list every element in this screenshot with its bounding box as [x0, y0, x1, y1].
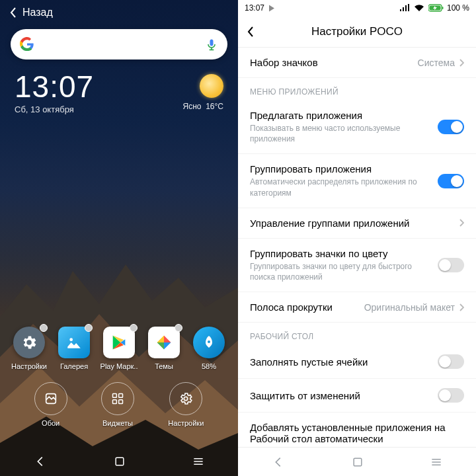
nav-back-icon[interactable] — [271, 455, 286, 469]
app-dock: Настройки Галерея Play Марк.. Темы 58% — [0, 327, 238, 370]
app-boost[interactable]: 58% — [188, 327, 230, 370]
play-store-status-icon — [268, 5, 275, 12]
svg-point-6 — [184, 397, 188, 401]
gallery-icon — [65, 334, 83, 351]
nav-home-icon[interactable] — [351, 456, 364, 469]
widgets-icon — [111, 392, 124, 405]
nav-recent-icon[interactable] — [192, 455, 205, 468]
sun-icon — [200, 74, 223, 98]
gear-icon — [20, 334, 38, 351]
status-bar: 13:07 100 % — [238, 0, 476, 16]
weather-text: Ясно 16°C — [183, 102, 223, 111]
toggle-suggest-apps[interactable] — [438, 120, 464, 134]
status-battery: 100 % — [447, 3, 469, 13]
row-scrollbar[interactable]: Полоса прокрутки Оригинальный макет — [238, 292, 476, 323]
tool-settings[interactable]: Настройки — [168, 382, 204, 427]
weather-widget[interactable]: Ясно 16°C — [183, 74, 223, 111]
toggle-group-by-color[interactable] — [438, 258, 464, 272]
svg-rect-3 — [119, 394, 123, 398]
svg-rect-7 — [116, 457, 124, 465]
nav-bar-left — [0, 447, 238, 476]
nav-back-icon[interactable] — [33, 454, 48, 469]
svg-rect-11 — [354, 458, 362, 466]
nav-bar-right — [238, 447, 476, 476]
row-suggest-apps[interactable]: Предлагать приложенияПоказывать в меню ч… — [238, 100, 476, 154]
clock-time: 13:07 — [15, 71, 94, 102]
back-button[interactable]: Назад — [0, 0, 238, 25]
toggle-group-apps[interactable] — [438, 174, 464, 188]
row-group-by-color[interactable]: Группировать значки по цветуГруппировать… — [238, 239, 476, 292]
row-icon-set[interactable]: Набор значков Система — [238, 48, 476, 78]
row-fill-empty[interactable]: Заполнять пустые ячейки — [238, 345, 476, 379]
home-tools: Обои Виджеты Настройки — [0, 382, 238, 427]
chevron-right-icon — [459, 58, 464, 67]
signal-icon — [399, 4, 410, 12]
title-bar: Настройки POCO — [238, 16, 476, 48]
svg-rect-9 — [442, 7, 443, 9]
svg-point-0 — [69, 338, 73, 341]
app-themes[interactable]: Темы — [143, 327, 185, 370]
clock-date: Сб, 13 октября — [15, 104, 94, 114]
status-time: 13:07 — [245, 3, 264, 13]
chevron-left-icon — [9, 7, 17, 19]
clock-widget[interactable]: 13:07 Сб, 13 октября — [15, 71, 94, 114]
svg-rect-5 — [119, 400, 123, 404]
row-lock-layout[interactable]: Защитить от изменений — [238, 379, 476, 413]
google-logo-icon — [20, 37, 34, 52]
app-play-store[interactable]: Play Марк.. — [98, 327, 140, 370]
section-home: РАБОЧИЙ СТОЛ — [238, 323, 476, 345]
nav-home-icon[interactable] — [113, 455, 126, 468]
rocket-icon — [201, 335, 217, 350]
phone-left-home: Назад 13:07 Сб, 13 октября Ясно 16°C — [0, 0, 238, 476]
row-manage-groups[interactable]: Управление группами приложений — [238, 208, 476, 239]
battery-icon — [428, 4, 444, 12]
phone-right-settings: 13:07 100 % Настройки POCO Набор значков… — [238, 0, 476, 476]
page-title: Настройки POCO — [311, 25, 403, 38]
wallpaper-icon — [44, 391, 58, 406]
toggle-fill-empty[interactable] — [438, 354, 464, 369]
play-store-icon — [110, 333, 128, 352]
gear-outline-icon — [178, 391, 193, 406]
nav-recent-icon[interactable] — [430, 456, 443, 469]
chevron-right-icon — [459, 218, 464, 227]
toggle-lock-layout[interactable] — [438, 388, 464, 403]
mic-icon[interactable] — [205, 38, 218, 51]
wifi-icon — [414, 4, 424, 12]
tool-widgets[interactable]: Виджеты — [101, 382, 134, 427]
app-gallery[interactable]: Галерея — [53, 327, 95, 370]
row-auto-add[interactable]: Добавлять установленные приложения на Ра… — [238, 413, 476, 447]
back-label: Назад — [22, 7, 53, 19]
svg-rect-2 — [113, 394, 117, 398]
section-app-menu: МЕНЮ ПРИЛОЖЕНИЙ — [238, 78, 476, 100]
chevron-right-icon — [459, 303, 464, 312]
settings-list[interactable]: Набор значков Система МЕНЮ ПРИЛОЖЕНИЙ Пр… — [238, 48, 476, 447]
row-group-apps[interactable]: Группировать приложенияАвтоматически рас… — [238, 154, 476, 208]
themes-icon — [155, 333, 173, 352]
tool-wallpaper[interactable]: Обои — [34, 382, 67, 427]
search-bar[interactable] — [11, 29, 227, 60]
svg-rect-4 — [113, 400, 117, 404]
app-settings[interactable]: Настройки — [8, 327, 50, 370]
back-icon[interactable] — [246, 25, 255, 38]
